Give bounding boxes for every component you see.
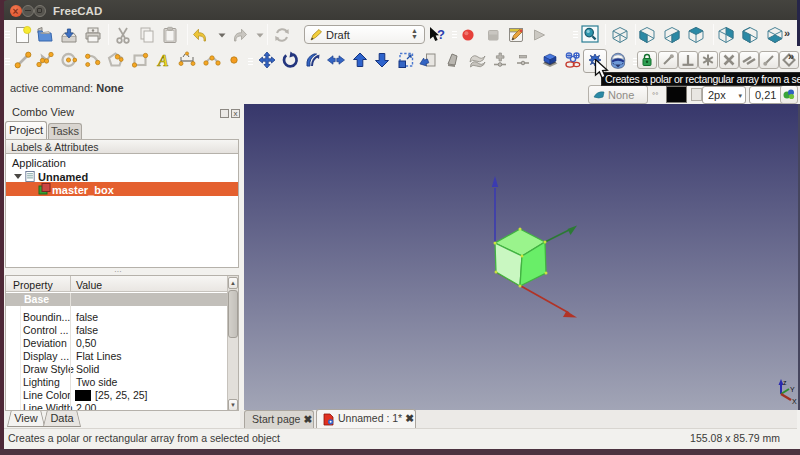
svg-text:X: X	[792, 398, 797, 405]
svg-text:A: A	[157, 52, 169, 69]
svg-text:z: z	[783, 379, 787, 386]
svg-text:Y: Y	[790, 386, 795, 393]
svg-text:?: ?	[437, 27, 445, 42]
